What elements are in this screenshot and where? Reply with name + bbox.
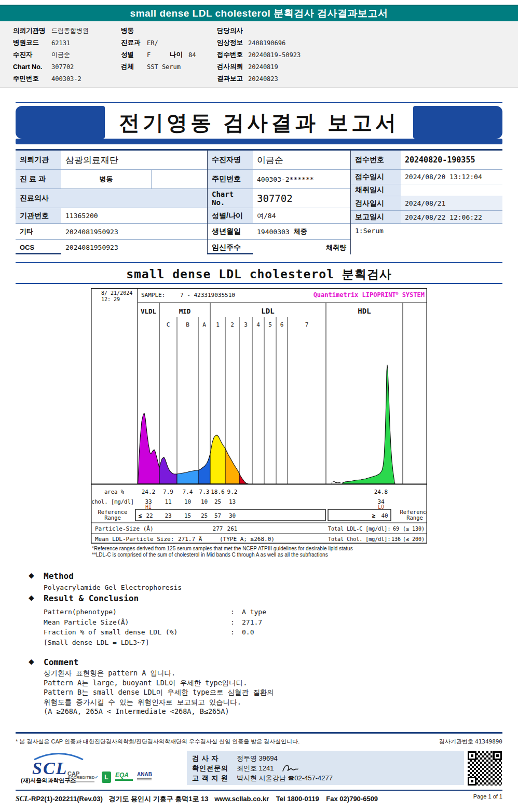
brand-label: Quantimetrix LIPOPRINT® SYSTEM xyxy=(313,291,425,299)
doc-code: -RP2(1)-202211(Rev.03) xyxy=(29,795,103,803)
method-body: Polyacrylamide Gel Electrophoresis xyxy=(44,584,182,591)
field-value: F xyxy=(147,51,170,59)
cap-logo: CAP ACCREDITED✓ xyxy=(67,772,98,782)
cell-value xyxy=(401,184,502,196)
comment-line: Pattern A는 large, buoyant LDL이 우세한 type입… xyxy=(44,678,438,688)
svg-text:≥: ≥ xyxy=(372,512,376,519)
patient-field: 수진자이금순 xyxy=(13,49,119,61)
cell-value: 2024081950923 xyxy=(61,224,207,240)
check-icon: ✓ xyxy=(94,775,98,780)
field-value: 20240823 xyxy=(248,75,278,83)
cell-value: 이금순 xyxy=(253,151,350,170)
svg-text:22: 22 xyxy=(146,512,153,519)
field-label: 병동 xyxy=(121,26,147,35)
sample-value: 7 - 423319035510 xyxy=(180,292,235,299)
banner-bottom-bar xyxy=(16,139,502,144)
cell-label: 수진자명 xyxy=(208,151,253,170)
svg-text:40: 40 xyxy=(381,512,388,519)
anab-text: ANAB xyxy=(137,772,152,777)
svg-text:C: C xyxy=(167,321,170,328)
patient-field: 담당의사 xyxy=(217,25,362,37)
mean-value: 271.7 Å xyxy=(178,536,202,543)
svg-text:10: 10 xyxy=(184,498,191,505)
chol-label: chol. [mg/dl] xyxy=(91,498,134,505)
svg-text:7.3: 7.3 xyxy=(199,489,210,495)
svg-text:24.8: 24.8 xyxy=(374,489,388,495)
result-row: Fraction % of small dense LDL (%):0.0 xyxy=(44,628,407,639)
qr-finder xyxy=(493,751,502,760)
svg-text:9.2: 9.2 xyxy=(227,489,238,495)
field-value: ER/ xyxy=(147,39,158,47)
address: 경기도 용인시 기흥구 흥덕1로 13 xyxy=(108,795,208,803)
svg-text:7.9: 7.9 xyxy=(163,489,173,495)
patient-field: 접수번호20240819-50923 xyxy=(217,49,362,61)
field-label: 담당의사 xyxy=(217,26,248,35)
result-label: Pattern(phenotype) xyxy=(44,608,230,616)
result-row: Mean Particle Size(Å):271.7 xyxy=(44,618,407,629)
svg-text:7.4: 7.4 xyxy=(183,489,193,495)
cell-value: 400303-2****** xyxy=(253,170,350,189)
ref-label-right-2: Range xyxy=(406,515,423,521)
page-indicator: Page 1 of 1 xyxy=(473,793,502,800)
svg-text:30: 30 xyxy=(229,512,236,519)
patient-field: 검사의뢰20240819 xyxy=(217,61,362,73)
staff-row: 검 사 자정두영 39694 xyxy=(192,753,459,763)
svg-text:≤: ≤ xyxy=(139,512,142,519)
staff-value: 정두영 39694 xyxy=(237,754,278,763)
anab-bar2 xyxy=(137,779,152,780)
svg-text:23: 23 xyxy=(165,512,171,519)
result-value: 0.0 xyxy=(242,628,254,636)
cell-value: 여/84 xyxy=(253,208,350,224)
eqa-text: EQA xyxy=(115,772,133,779)
field-value: 84 xyxy=(188,51,196,59)
svg-text:3: 3 xyxy=(244,321,248,328)
svg-text:6: 6 xyxy=(280,321,284,328)
patient-field: 검체SST Serum xyxy=(121,61,214,73)
field-label: 진료과 xyxy=(121,38,147,47)
total-chol-label: Total Chol. [mg/dl]: xyxy=(328,536,390,542)
svg-text:13: 13 xyxy=(229,498,236,505)
banner-top-line xyxy=(16,102,502,103)
method-heading: Method xyxy=(44,571,74,581)
svg-text:11: 11 xyxy=(165,498,171,505)
lipoprint-chart: 8/ 21/2024 12: 29 SAMPLE: 7 - 4233190355… xyxy=(91,288,427,544)
total-ldl-ref: (≤ 130) xyxy=(403,526,425,532)
cell-label: 진 료 과 xyxy=(16,170,61,189)
particle-label: Particle-Size (Å) xyxy=(95,525,154,532)
report-page: small dense LDL cholesterol 분획검사 검사결과보고서… xyxy=(0,0,518,812)
section-title: small dense LDL cholesterol 분획검사 xyxy=(0,266,518,282)
result-row: Pattern(phenotype):A type xyxy=(44,608,407,618)
cell-label: Chart No. xyxy=(208,189,253,208)
cell-label: 접수일시 xyxy=(351,170,401,184)
section-top-line xyxy=(16,262,502,263)
qr-code xyxy=(468,751,502,786)
staff-row: 확인전문의최인호 1241 xyxy=(192,763,459,773)
patient-col-1: 의뢰기관명드림종합병원 병원코드62131 수진자이금순 Chart No.30… xyxy=(13,25,119,85)
cell-label: 검사일시 xyxy=(351,196,401,211)
chart-date: 8/ 21/2024 xyxy=(101,290,132,296)
field-value: 400303-2 xyxy=(51,75,81,83)
field-label: 검체 xyxy=(121,62,147,71)
cell-label: 의뢰기관 xyxy=(16,151,61,170)
svg-text:7: 7 xyxy=(305,321,309,328)
cap-accredited-text: ACCREDITED✓ xyxy=(67,776,98,780)
field-label: 의뢰기관명 xyxy=(13,26,51,35)
svg-text:4: 4 xyxy=(256,321,260,328)
cap-bar xyxy=(67,781,94,782)
particle-ldl1: 277 xyxy=(213,525,223,532)
particle-ldl2: 261 xyxy=(227,525,238,532)
method-bullet: ◆ xyxy=(29,571,34,579)
comment-body: 상기환자 표현형은 pattern A 입니다. Pattern A는 larg… xyxy=(44,668,438,716)
svg-text:25: 25 xyxy=(214,498,221,505)
sample-label: SAMPLE: xyxy=(141,292,165,299)
mean-note: (TYPE A; ≥268.0) xyxy=(220,536,275,543)
staff-row: 고 객 지 원박사현 서울강남 ☎02-457-4277 xyxy=(192,773,459,783)
qr-finder xyxy=(468,777,476,786)
field-label: 검사의뢰 xyxy=(217,62,248,71)
field-label: 임상정보 xyxy=(217,38,248,47)
cell-value: 2024/08/22 12:06:22 xyxy=(401,211,502,224)
result-note: [Small dense LDL = LDL3~7] xyxy=(44,639,407,649)
footer-top-line xyxy=(16,732,502,734)
patient-col-3: 담당의사 임상정보2408190696 접수번호20240819-50923 검… xyxy=(217,25,362,85)
field-label: 결과보고 xyxy=(217,74,248,83)
